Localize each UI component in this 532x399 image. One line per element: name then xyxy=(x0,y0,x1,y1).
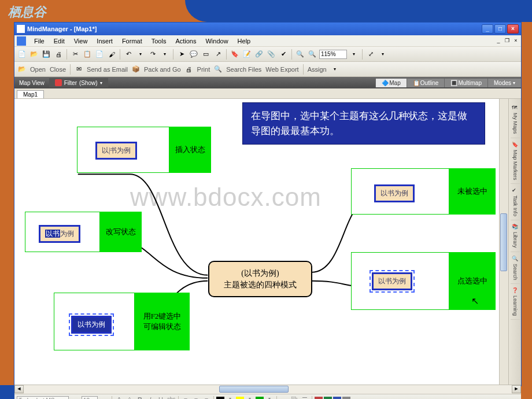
search-icon[interactable]: 🔍 xyxy=(213,64,223,75)
search-files-button[interactable]: Search Files xyxy=(225,66,263,73)
filter-panel[interactable]: Filter (Show) ▾ xyxy=(49,78,108,87)
menu-tools[interactable]: Tools xyxy=(147,36,171,46)
font-color-icon[interactable] xyxy=(216,397,224,400)
zoom-dropdown-icon[interactable]: ▾ xyxy=(349,49,359,60)
mdi-restore[interactable]: ❐ xyxy=(503,38,511,45)
app-word-icon[interactable] xyxy=(333,397,341,400)
redo-dropdown-icon[interactable]: ▾ xyxy=(160,49,170,60)
menu-insert[interactable]: Insert xyxy=(92,36,117,46)
open-icon[interactable]: 📂 xyxy=(29,49,39,60)
tab-outline[interactable]: 📋Outline xyxy=(407,79,445,87)
notes-icon[interactable]: 📝 xyxy=(242,49,252,60)
scrollbar-horizontal[interactable]: ◄ ► xyxy=(14,385,521,394)
boundary-icon[interactable]: ▭ xyxy=(201,49,211,60)
app-ppt-icon[interactable] xyxy=(315,397,323,400)
scrollbar-thumb-h[interactable] xyxy=(219,386,289,393)
align-left-icon[interactable]: ≡ xyxy=(181,396,190,400)
topic-caption-4[interactable]: 未被选中 xyxy=(449,168,496,215)
print-icon[interactable]: 🖨 xyxy=(53,49,64,60)
topic-label-4[interactable]: 以书为例 xyxy=(374,184,415,202)
redo-icon[interactable]: ↷ xyxy=(147,49,158,60)
menu-help[interactable]: Help xyxy=(233,36,256,46)
rail-search[interactable]: 🔍Search xyxy=(511,252,520,285)
topic-caption-2[interactable]: 改写状态 xyxy=(100,212,142,252)
menu-actions[interactable]: Actions xyxy=(171,36,201,46)
filter-show[interactable]: (Show) xyxy=(79,80,98,86)
topic-caption-1[interactable]: 插入状态 xyxy=(169,127,211,173)
assign-dropdown-icon[interactable]: ▾ xyxy=(330,64,340,75)
line-color-dropdown-icon[interactable]: ▾ xyxy=(265,396,274,400)
menu-view[interactable]: View xyxy=(69,36,93,46)
menu-window[interactable]: Window xyxy=(201,36,232,46)
font-dropdown-icon[interactable]: ▾ xyxy=(70,396,80,400)
callout-icon[interactable]: 💬 xyxy=(189,49,199,60)
growth-icon[interactable]: ☰ xyxy=(300,396,309,400)
scrollbar-thumb-v[interactable] xyxy=(500,213,507,271)
attachment-icon[interactable]: 📎 xyxy=(266,49,276,60)
close-file-button[interactable]: Close xyxy=(49,66,67,73)
zoom-in-icon[interactable]: 🔍 xyxy=(295,49,305,60)
central-topic[interactable]: (以书为例) 主题被选的四种模式 xyxy=(208,261,312,297)
topic-label-2[interactable]: 以书为例 xyxy=(39,225,80,243)
open2-icon[interactable]: 📂 xyxy=(17,64,27,75)
menu-edit[interactable]: Edit xyxy=(49,36,69,46)
marker-icon[interactable]: 🔖 xyxy=(230,49,240,60)
tab-map[interactable]: 🔷Map xyxy=(375,79,406,87)
scroll-left-icon[interactable]: ◄ xyxy=(14,385,24,393)
mail-icon[interactable]: ✉ xyxy=(73,64,84,75)
layout-icon[interactable]: ⿻ xyxy=(290,396,299,400)
rail-library[interactable]: 📚Library xyxy=(511,220,520,252)
hyperlink-icon[interactable]: 🔗 xyxy=(254,49,264,60)
underline-button[interactable]: U xyxy=(156,396,165,400)
spellcheck-icon[interactable]: ✔ xyxy=(278,49,289,60)
assign-button[interactable]: Assign xyxy=(306,66,328,73)
rail-learning[interactable]: ❓Learning xyxy=(511,284,520,320)
pack-and-go-button[interactable]: Pack and Go xyxy=(143,66,182,73)
align-right-icon[interactable]: ≡ xyxy=(202,396,211,400)
fit-icon[interactable]: ⤢ xyxy=(365,49,376,60)
fit-dropdown-icon[interactable]: ▾ xyxy=(378,49,388,60)
scroll-right-icon[interactable]: ► xyxy=(512,385,521,393)
filter-dropdown-icon[interactable]: ▾ xyxy=(100,80,102,86)
new-icon[interactable]: 📄 xyxy=(17,49,27,60)
grow-font-icon[interactable]: A xyxy=(114,396,124,400)
tab-modes[interactable]: Modes▾ xyxy=(487,79,521,87)
strike-button[interactable]: abc xyxy=(167,396,176,400)
shape-icon[interactable]: ▭ xyxy=(279,396,289,400)
font-size-combo[interactable] xyxy=(82,396,98,400)
minimize-button[interactable]: _ xyxy=(482,24,493,34)
more-icon[interactable]: ⋯ xyxy=(352,396,361,400)
align-center-icon[interactable]: ≡ xyxy=(191,396,201,400)
print2-icon[interactable]: 🖨 xyxy=(184,64,194,75)
line-color-icon[interactable] xyxy=(256,397,264,400)
scrollbar-vertical[interactable] xyxy=(499,99,508,385)
mdi-close[interactable]: × xyxy=(512,38,520,45)
paste-icon[interactable]: 📄 xyxy=(94,49,105,60)
titlebar[interactable]: MindManager - [Map1*] _ □ × xyxy=(14,23,521,35)
topic-label-5[interactable]: 以书为例 xyxy=(372,272,412,290)
app-generic-icon[interactable] xyxy=(342,397,350,400)
web-export-button[interactable]: Web Export xyxy=(264,66,300,73)
italic-button[interactable]: I xyxy=(146,396,155,400)
zoom-out-icon[interactable]: 🔍 xyxy=(307,49,317,60)
zoom-combo[interactable] xyxy=(319,50,347,59)
menu-file[interactable]: File xyxy=(29,36,49,46)
close-button[interactable]: × xyxy=(507,24,519,34)
rail-task-info[interactable]: ✔Task Info xyxy=(511,184,520,220)
font-family-combo[interactable] xyxy=(17,396,69,400)
fill-color-dropdown-icon[interactable]: ▾ xyxy=(245,396,254,400)
app-excel-icon[interactable] xyxy=(324,397,332,400)
copy-icon[interactable]: 📋 xyxy=(82,49,93,60)
topic-label-3[interactable]: 以书为例 xyxy=(71,316,112,334)
undo-icon[interactable]: ↶ xyxy=(123,49,134,60)
bold-button[interactable]: B xyxy=(135,396,145,400)
print-button[interactable]: Print xyxy=(196,66,212,73)
open-button[interactable]: Open xyxy=(29,66,47,73)
rail-my-maps[interactable]: 🗺My Maps xyxy=(511,101,520,138)
undo-dropdown-icon[interactable]: ▾ xyxy=(135,49,146,60)
fill-color-icon[interactable] xyxy=(236,397,244,400)
cut-icon[interactable]: ✂ xyxy=(70,49,80,60)
topic-caption-3[interactable]: 用F2键选中 可编辑状态 xyxy=(135,293,190,350)
tab-multimap[interactable]: 🔳Multimap xyxy=(444,79,487,87)
save-icon[interactable]: 💾 xyxy=(41,49,51,60)
